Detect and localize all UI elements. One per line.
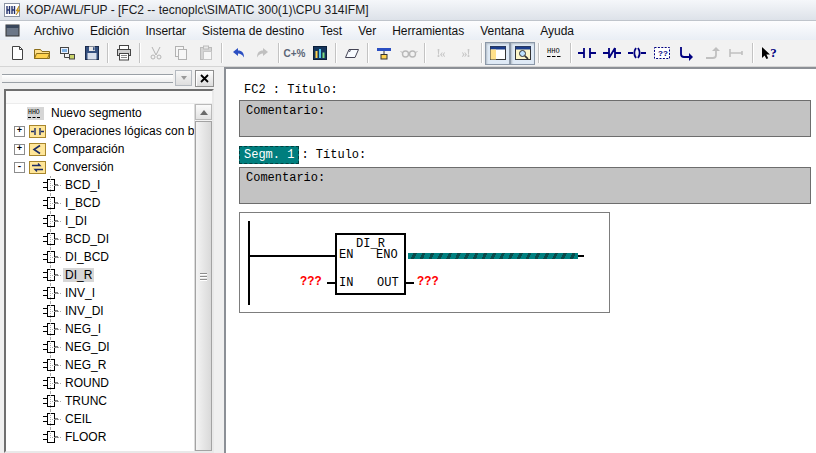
segment-label[interactable]: Segm. 1 — [239, 146, 299, 164]
horizontal-line-button[interactable] — [724, 42, 749, 65]
menu-herramientas[interactable]: Herramientas — [384, 22, 472, 40]
memory-card-button[interactable] — [339, 42, 364, 65]
scroll-up-icon — [200, 110, 208, 115]
download-blocks-icon — [311, 45, 329, 61]
combobox-dropdown-button[interactable] — [175, 70, 192, 86]
block-icon — [42, 376, 58, 390]
expand-icon[interactable]: + — [14, 144, 25, 155]
network-canvas[interactable]: DI_R EN ENO IN OUT ??? ??? — [239, 212, 610, 313]
cut-button[interactable] — [143, 42, 168, 65]
segment-title-suffix[interactable]: : Título: — [301, 148, 366, 162]
new-network-button[interactable]: HHO — [542, 42, 567, 65]
svg-text:??: ?? — [658, 49, 668, 58]
printer-icon — [115, 45, 133, 61]
empty-box-icon: ?? — [652, 45, 672, 61]
tree-item-round[interactable]: ROUND — [6, 374, 195, 392]
menu-ventana[interactable]: Ventana — [472, 22, 532, 40]
tree-item-di-r[interactable]: DI_R — [6, 266, 195, 284]
tree-item-nuevo-segmento[interactable]: HHO Nuevo segmento — [6, 104, 195, 122]
tree-scrollbar[interactable] — [194, 104, 212, 451]
close-branch-button[interactable] — [699, 42, 724, 65]
tree-item-conversion[interactable]: - Conversión — [6, 158, 195, 176]
save-button[interactable] — [79, 42, 104, 65]
in-operand[interactable]: ??? — [300, 275, 322, 289]
out-operand[interactable]: ??? — [417, 275, 439, 289]
toolbar-separator — [107, 43, 108, 63]
tree-item-i-di[interactable]: I_DI — [6, 212, 195, 230]
block-icon — [42, 394, 58, 408]
block-comment[interactable]: Comentario: — [239, 100, 811, 137]
pin-in: IN — [339, 276, 353, 290]
tree-item-neg-i[interactable]: NEG_I — [6, 320, 195, 338]
network-connection-button[interactable] — [371, 42, 396, 65]
toolbar-separator — [278, 43, 279, 63]
menu-insertar[interactable]: Insertar — [137, 22, 194, 40]
contact-nc-button[interactable] — [599, 42, 624, 65]
menu-test[interactable]: Test — [312, 22, 350, 40]
call-structure-button[interactable]: C+% — [282, 42, 307, 65]
empty-box-button[interactable]: ?? — [649, 42, 674, 65]
scrollbar-thumb[interactable] — [195, 121, 212, 451]
new-network-icon: HHO — [546, 45, 564, 61]
tree-item-trunc[interactable]: TRUNC — [6, 392, 195, 410]
block-icon — [42, 250, 58, 264]
next-error-icon: »! — [462, 46, 470, 61]
detail-view-button[interactable] — [510, 42, 535, 65]
redo-button[interactable] — [250, 42, 275, 65]
menu-ver[interactable]: Ver — [350, 22, 384, 40]
block-icon — [42, 358, 58, 372]
previous-error-button[interactable]: !« — [428, 42, 453, 65]
eno-selected-wire[interactable] — [408, 253, 578, 259]
tree-item-bcd-di[interactable]: BCD_DI — [6, 230, 195, 248]
panel-close-button[interactable] — [195, 70, 214, 87]
segment-comment[interactable]: Comentario: — [239, 167, 811, 204]
tree-item-floor[interactable]: FLOOR — [6, 428, 195, 446]
contact-no-button[interactable] — [574, 42, 599, 65]
tree-item-ceil[interactable]: CEIL — [6, 410, 195, 428]
paste-button[interactable] — [193, 42, 218, 65]
block-icon — [42, 268, 58, 282]
tree-item-comparacion[interactable]: + Comparación — [6, 140, 195, 158]
tree-item-bcd-i[interactable]: BCD_I — [6, 176, 195, 194]
next-error-button[interactable]: »! — [453, 42, 478, 65]
conversion-folder-icon — [29, 161, 46, 174]
expand-icon[interactable]: + — [14, 126, 25, 137]
menu-sistema-de-destino[interactable]: Sistema de destino — [194, 22, 312, 40]
open-branch-button[interactable] — [674, 42, 699, 65]
coil-button[interactable] — [624, 42, 649, 65]
save-floppy-icon — [83, 45, 101, 61]
child-window-icon[interactable] — [5, 24, 20, 37]
download-blocks-button[interactable] — [307, 42, 332, 65]
tree-item-inv-di[interactable]: INV_DI — [6, 302, 195, 320]
pin-out: OUT — [377, 276, 399, 290]
menu-ayuda[interactable]: Ayuda — [532, 22, 582, 40]
scroll-up-button[interactable] — [195, 104, 212, 120]
input-rung-wire — [248, 255, 336, 257]
copy-button[interactable] — [168, 42, 193, 65]
close-branch-icon — [702, 45, 722, 61]
combobox-field[interactable] — [2, 74, 173, 83]
tree-item-neg-r[interactable]: NEG_R — [6, 356, 195, 374]
menu-edicion[interactable]: Edición — [82, 22, 137, 40]
open-button[interactable] — [29, 42, 54, 65]
program-elements-panel: HHO Nuevo segmento + Operaciones lógicas… — [0, 67, 218, 453]
svg-text:HHO: HHO — [547, 47, 560, 55]
undo-button[interactable] — [225, 42, 250, 65]
print-button[interactable] — [111, 42, 136, 65]
overview-pane-button[interactable] — [485, 42, 510, 65]
tree-item-operaciones-logicas[interactable]: + Operaciones lógicas con b — [6, 122, 195, 140]
monitor-glasses-button[interactable] — [396, 42, 421, 65]
scissors-icon — [147, 45, 165, 61]
help-pointer-button[interactable]: ? — [756, 42, 781, 65]
toolbar-separator — [538, 43, 539, 63]
tree-item-inv-i[interactable]: INV_I — [6, 284, 195, 302]
new-button[interactable] — [4, 42, 29, 65]
online-button[interactable] — [54, 42, 79, 65]
tree-item-i-bcd[interactable]: I_BCD — [6, 194, 195, 212]
menu-archivo[interactable]: Archivo — [26, 22, 82, 40]
collapse-icon[interactable]: - — [14, 162, 25, 173]
tree-item-neg-di[interactable]: NEG_DI — [6, 338, 195, 356]
open-branch-icon — [677, 45, 697, 61]
scrollbar-grip-icon — [200, 273, 207, 282]
tree-item-di-bcd[interactable]: DI_BCD — [6, 248, 195, 266]
